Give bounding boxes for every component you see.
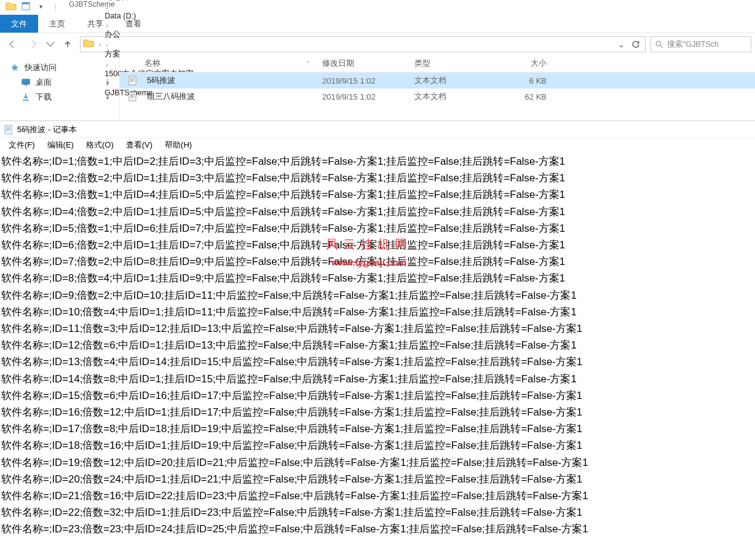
svg-rect-1 <box>22 2 30 4</box>
file-name: 5码推波 <box>147 75 175 86</box>
text-line: 软件名称=;ID=11;倍数=3;中后ID=12;挂后ID=13;中后监控=Fa… <box>1 320 754 337</box>
sidebar-item-desktop[interactable]: 桌面 <box>0 75 119 90</box>
file-date: 2019/9/15 1:02 <box>322 92 414 101</box>
notepad-content[interactable]: 软件名称=;ID=1;倍数=1;中后ID=2;挂后ID=3;中后监控=False… <box>0 152 755 539</box>
text-line: 软件名称=;ID=1;倍数=1;中后ID=2;挂后ID=3;中后监控=False… <box>1 153 754 170</box>
sidebar: 快速访问 桌面 下载 <box>0 55 120 120</box>
address-bar[interactable]: › 此电脑›Data (D:)›办公›方案›1500本金稳定方案未加密›GJBT… <box>80 36 646 52</box>
star-icon <box>10 63 20 73</box>
text-line: 软件名称=;ID=13;倍数=4;中后ID=14;挂后ID=15;中后监控=Fa… <box>1 353 754 370</box>
chevron-right-icon[interactable]: › <box>106 4 108 11</box>
column-type[interactable]: 类型 <box>414 58 504 69</box>
folder-icon <box>5 0 17 12</box>
nav-back-button[interactable] <box>4 36 21 53</box>
download-icon <box>21 92 31 102</box>
desktop-icon <box>21 77 31 87</box>
file-size: 6 KB <box>504 76 553 85</box>
text-file-icon <box>128 92 138 101</box>
column-date[interactable]: 修改日期 <box>322 58 414 69</box>
notepad-title: 5码推波 - 记事本 <box>17 124 77 135</box>
nav-up-button[interactable] <box>59 36 76 53</box>
file-type: 文本文档 <box>414 75 504 86</box>
text-line: 软件名称=;ID=5;倍数=1;中后ID=6;挂后ID=7;中后监控=False… <box>1 220 754 237</box>
text-line: 软件名称=;ID=20;倍数=24;中后ID=1;挂后ID=21;中后监控=Fa… <box>1 471 754 487</box>
text-line: 软件名称=;ID=22;倍数=32;中后ID=1;挂后ID=23;中后监控=Fa… <box>1 504 754 521</box>
pin-icon <box>105 93 111 101</box>
file-size: 62 KB <box>504 92 553 101</box>
text-line: 软件名称=;ID=7;倍数=2;中后ID=8;挂后ID=9;中后监控=False… <box>1 253 754 270</box>
file-list-header: 名称 ˄ 修改日期 类型 大小 <box>120 55 755 73</box>
text-line: 软件名称=;ID=17;倍数=8;中后ID=18;挂后ID=19;中后监控=Fa… <box>1 420 754 437</box>
file-row[interactable]: 5码推波2019/9/15 1:02文本文档6 KB <box>120 73 755 89</box>
text-line: 软件名称=;ID=23;倍数=23;中后ID=24;挂后ID=25;中后监控=F… <box>1 521 754 537</box>
sidebar-label: 桌面 <box>36 77 52 88</box>
column-name[interactable]: 名称 ˄ <box>128 58 322 69</box>
breadcrumb-segment[interactable]: Data (D:) <box>103 12 195 20</box>
address-dropdown-icon[interactable]: ⌄ <box>614 37 628 51</box>
text-line: 软件名称=;ID=9;倍数=2;中后ID=10;挂后ID=11;中后监控=Fal… <box>1 287 754 304</box>
text-line: 软件名称=;ID=18;倍数=16;中后ID=1;挂后ID=19;中后监控=Fa… <box>1 437 754 454</box>
text-line: 软件名称=;ID=19;倍数=12;中后ID=20;挂后ID=21;中后监控=F… <box>1 454 754 471</box>
tab-home[interactable]: 主页 <box>38 15 76 33</box>
chevron-down-icon[interactable]: ▾ <box>34 0 47 12</box>
text-line: 软件名称=;ID=16;倍数=12;中后ID=1;挂后ID=17;中后监控=Fa… <box>1 404 754 420</box>
search-placeholder: 搜索"GJBTSch <box>667 39 719 50</box>
divider: | <box>49 0 61 12</box>
file-date: 2019/9/15 1:02 <box>322 76 414 85</box>
text-line: 软件名称=;ID=12;倍数=6;中后ID=1;挂后ID=13;中后监控=Fal… <box>1 337 754 353</box>
text-line: 软件名称=;ID=6;倍数=2;中后ID=1;挂后ID=7;中后监控=False… <box>1 237 754 253</box>
text-line: 软件名称=;ID=2;倍数=2;中后ID=1;挂后ID=3;中后监控=False… <box>1 170 754 186</box>
pin-icon <box>105 78 111 87</box>
text-line: 软件名称=;ID=15;倍数=6;中后ID=16;挂后ID=17;中后监控=Fa… <box>1 387 754 404</box>
breadcrumb-segment[interactable]: 办公 <box>103 30 195 40</box>
properties-icon[interactable] <box>20 0 32 12</box>
notepad-icon <box>4 125 14 135</box>
text-line: 软件名称=;ID=4;倍数=2;中后ID=1;挂后ID=5;中后监控=False… <box>1 203 754 220</box>
menu-help[interactable]: 帮助(H) <box>160 140 197 151</box>
svg-rect-3 <box>22 79 30 84</box>
notepad-titlebar: 5码推波 - 记事本 <box>0 121 755 138</box>
svg-point-2 <box>656 41 661 46</box>
file-row[interactable]: 组三八码推波2019/9/15 1:02文本文档62 KB <box>120 89 755 105</box>
breadcrumb-segment[interactable]: 此电脑 <box>103 0 195 2</box>
chevron-right-icon[interactable]: › <box>106 22 108 29</box>
refresh-icon[interactable] <box>629 37 642 51</box>
text-file-icon <box>128 76 138 85</box>
text-line: 软件名称=;ID=8;倍数=4;中后ID=1;挂后ID=9;中后监控=False… <box>1 270 754 286</box>
menu-edit[interactable]: 编辑(E) <box>42 140 79 151</box>
sidebar-label: 下载 <box>36 92 52 103</box>
notepad-menu: 文件(F) 编辑(E) 格式(O) 查看(V) 帮助(H) <box>0 138 755 152</box>
text-line: 软件名称=;ID=3;倍数=1;中后ID=4;挂后ID=5;中后监控=False… <box>1 186 754 203</box>
notepad-window: 5码推波 - 记事本 文件(F) 编辑(E) 格式(O) 查看(V) 帮助(H)… <box>0 121 755 539</box>
menu-format[interactable]: 格式(O) <box>81 140 119 151</box>
menu-file[interactable]: 文件(F) <box>4 140 40 151</box>
sort-indicator-icon: ˄ <box>307 60 310 67</box>
chevron-right-icon[interactable]: › <box>99 41 101 48</box>
explorer-body: 快速访问 桌面 下载 <box>0 55 755 120</box>
folder-icon <box>83 39 94 50</box>
svg-rect-4 <box>25 84 27 85</box>
menu-view[interactable]: 查看(V) <box>121 140 157 151</box>
search-input[interactable]: 搜索"GJBTSch <box>650 36 751 52</box>
tab-file[interactable]: 文件 <box>0 15 38 33</box>
text-line: 软件名称=;ID=14;倍数=8;中后ID=1;挂后ID=15;中后监控=Fal… <box>1 371 754 387</box>
text-line: 软件名称=;ID=10;倍数=4;中后ID=1;挂后ID=11;中后监控=Fal… <box>1 304 754 320</box>
sidebar-label: 快速访问 <box>25 63 57 73</box>
file-type: 文本文档 <box>414 91 504 102</box>
file-explorer-window: ▾ | GJBTScheme 文件 主页 共享 查看 › 此电脑›Data (D… <box>0 0 755 121</box>
text-line: 软件名称=;ID=21;倍数=16;中后ID=22;挂后ID=23;中后监控=F… <box>1 487 754 504</box>
file-name: 组三八码推波 <box>147 91 195 102</box>
file-list: 名称 ˄ 修改日期 类型 大小 5码推波2019/9/15 1:02文本文档6 … <box>120 55 755 120</box>
search-icon <box>655 40 663 49</box>
nav-history-chevron-icon[interactable] <box>45 36 55 53</box>
address-bar-row: › 此电脑›Data (D:)›办公›方案›1500本金稳定方案未加密›GJBT… <box>0 33 755 55</box>
column-size[interactable]: 大小 <box>504 58 553 69</box>
nav-forward-button[interactable] <box>25 36 42 53</box>
sidebar-item-quick-access[interactable]: 快速访问 <box>0 60 119 75</box>
sidebar-item-downloads[interactable]: 下载 <box>0 90 119 105</box>
chevron-right-icon[interactable]: › <box>106 42 108 49</box>
